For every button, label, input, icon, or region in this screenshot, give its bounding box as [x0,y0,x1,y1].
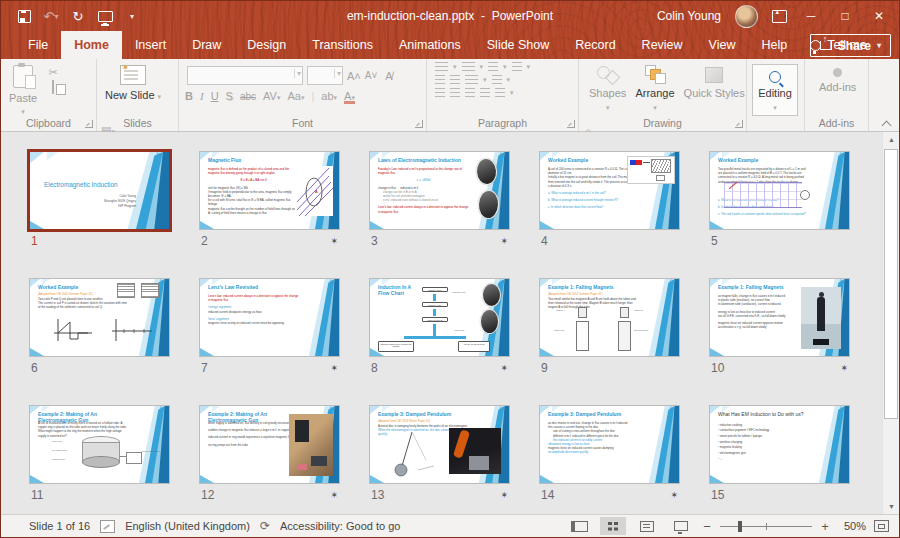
slide-thumbnail-14[interactable]: Example 3: Damped Pendulumas disc moves … [539,405,680,484]
slide-thumbnail-1[interactable]: Electromagnetic InductionColin YoungShan… [29,151,170,230]
slide-counter[interactable]: Slide 1 of 16 [29,520,90,532]
tab-record[interactable]: Record [562,31,628,59]
slide-thumbnail-10[interactable]: Example 1: Falling Magnetsas magnet fall… [709,278,850,357]
vertical-scrollbar[interactable]: ▲ ▼ [882,132,899,515]
share-button[interactable]: Share ▾ [810,34,891,57]
tab-transitions[interactable]: Transitions [299,31,386,59]
powerpoint-window: ↶▾ ↻ ▾ em-induction-clean.pptx - PowerPo… [0,0,900,538]
slide-thumbnail-11[interactable]: Example 2: Making of An Electromagnetic … [29,405,170,484]
drawing-dialog-launcher[interactable] [735,120,743,128]
paste-button[interactable]: Paste▾ [9,59,37,117]
align-center-icon[interactable] [450,88,460,98]
character-spacing-button[interactable]: AV▾ [263,90,280,102]
tab-animations[interactable]: Animations [386,31,474,59]
format-painter-icon[interactable] [46,97,60,109]
slide-thumbnail-3[interactable]: Laws of Electromagnetic InductionFaraday… [369,151,510,230]
quick-styles-button[interactable]: Quick Styles [684,61,745,119]
grow-font-icon[interactable]: A˄ [347,70,361,82]
fit-to-window-icon[interactable] [874,520,889,532]
tab-insert[interactable]: Insert [122,31,179,59]
font-size-combobox[interactable] [307,66,343,85]
slide-thumbnail-6[interactable]: Worked Example(Adapted from CIE 2016 Sum… [29,278,170,357]
bold-button[interactable]: B [185,90,193,102]
text-direction-icon[interactable] [512,62,522,72]
copy-icon[interactable] [46,82,60,94]
bullets-icon[interactable] [435,62,448,72]
decrease-indent-icon[interactable] [435,75,445,85]
accessibility-status[interactable]: Accessibility: Good to go [280,520,400,532]
font-name-combobox[interactable] [187,66,303,85]
maximize-button[interactable]: □ [835,9,855,23]
font-color-button[interactable]: A▾ [344,90,355,102]
paragraph-dialog-launcher[interactable] [567,120,575,128]
tab-draw[interactable]: Draw [179,31,234,59]
smartart-icon[interactable] [495,88,505,98]
slide-sorter-view-button[interactable] [600,517,626,535]
align-left-icon[interactable] [435,88,445,98]
tab-home[interactable]: Home [61,31,122,59]
zoom-slider-thumb[interactable] [738,521,742,532]
shrink-font-icon[interactable]: A˅ [365,70,378,81]
tab-file[interactable]: File [15,31,61,59]
notes-icon[interactable] [100,520,115,533]
save-icon[interactable] [15,8,33,24]
tab-slide-show[interactable]: Slide Show [474,31,563,59]
cut-icon[interactable]: ✂ [46,67,60,79]
start-slideshow-icon[interactable] [96,8,114,24]
slideshow-view-button[interactable] [668,517,694,535]
language-indicator[interactable]: English (United Kingdom) [125,520,250,532]
scrollbar-thumb[interactable] [884,149,898,419]
user-name[interactable]: Colin Young [657,9,721,23]
redo-icon[interactable]: ↻ [69,8,87,24]
customize-qat-icon[interactable]: ▾ [123,8,141,24]
slide-thumbnail-15[interactable]: What Has EM Induction to Do with us?indu… [709,405,850,484]
slide-thumbnail-9[interactable]: Example 1: Falling Magnets(Adapted from … [539,278,680,357]
tab-view[interactable]: View [696,31,749,59]
normal-view-button[interactable] [566,517,592,535]
slide-thumbnail-13[interactable]: Example 3: Damped Pendulum(Adapted from … [369,405,510,484]
tab-design[interactable]: Design [234,31,299,59]
slide-thumbnail-12[interactable]: Example 2: Making of An Electromagnetic … [199,405,340,484]
align-text-icon[interactable] [492,75,502,85]
clear-formatting-icon[interactable]: A̸ [385,70,392,82]
zoom-in-icon[interactable]: + [820,519,830,534]
align-right-icon[interactable] [465,88,475,98]
justify-icon[interactable] [480,88,490,98]
text-shadow-button[interactable]: S [226,90,233,102]
arrange-button[interactable]: Arrange▾ [635,59,674,117]
numbering-icon[interactable] [462,62,475,72]
columns-icon[interactable] [465,75,478,85]
zoom-out-icon[interactable]: − [702,519,712,534]
reading-view-button[interactable] [634,517,660,535]
editing-button[interactable]: Editing▾ [752,64,798,116]
clipboard-dialog-launcher[interactable] [85,120,93,128]
strikethrough-button[interactable]: abc [240,91,256,102]
close-button[interactable]: ✕ [869,9,889,23]
tab-help[interactable]: Help [748,31,800,59]
change-case-button[interactable]: Aa▾ [287,90,304,102]
slide-thumbnail-4[interactable]: Worked ExampleA coil of 200 turns is con… [539,151,680,230]
line-spacing-icon[interactable] [488,62,498,72]
scroll-up-icon[interactable]: ▲ [883,132,900,148]
zoom-slider[interactable] [720,526,812,527]
highlight-color-button[interactable]: ab▾ [321,90,337,102]
slide-thumbnail-8[interactable]: Induction In A Flow Chartchange in flux … [369,278,510,357]
ribbon-display-options-icon[interactable] [772,10,787,23]
user-avatar[interactable] [735,5,758,28]
slide-thumbnail-5[interactable]: Worked ExampleTwo parallel metal tracks … [709,151,850,230]
undo-icon[interactable]: ↶▾ [42,8,60,24]
slide-thumbnail-7[interactable]: Lenz's Law RevisitedLenz's law: induced … [199,278,340,357]
addins-button[interactable]: Add-ins [819,59,856,117]
increase-indent-icon[interactable] [450,75,460,85]
shapes-button[interactable]: Shapes▾ [589,59,626,117]
zoom-level[interactable]: 50% [838,520,866,532]
collapse-ribbon-icon[interactable] [883,119,891,127]
scroll-down-icon[interactable]: ▼ [883,499,900,515]
underline-button[interactable]: U [211,90,219,102]
slide-thumbnail-2[interactable]: Magnetic Fluxmagnetic flux is defined as… [199,151,340,230]
minimize-button[interactable]: ─ [801,9,821,23]
font-dialog-launcher[interactable] [415,120,423,128]
tab-review[interactable]: Review [629,31,696,59]
new-slide-button[interactable]: New Slide ▾ [105,59,161,117]
italic-button[interactable]: I [200,90,204,102]
